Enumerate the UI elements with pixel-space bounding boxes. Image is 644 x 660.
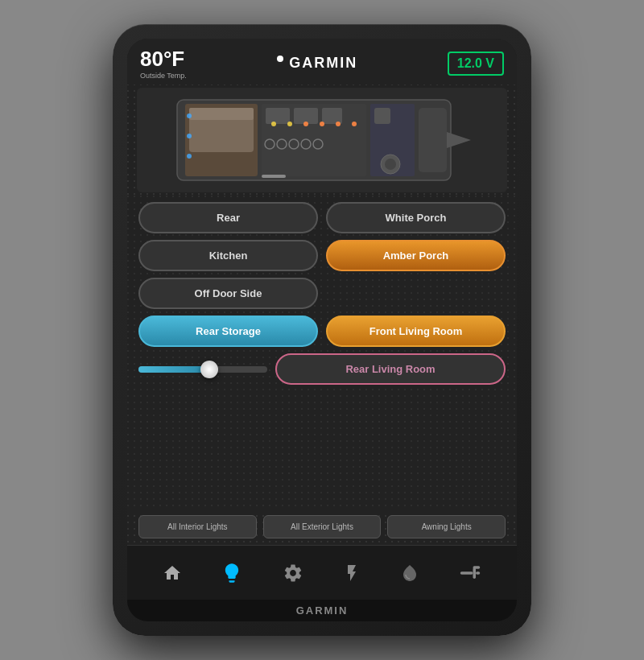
svg-point-20 — [187, 113, 192, 118]
amber-porch-button[interactable]: Amber Porch — [326, 240, 506, 271]
svg-point-23 — [271, 122, 276, 126]
svg-rect-30 — [460, 571, 473, 575]
nav-power[interactable] — [334, 559, 369, 588]
lightning-icon — [342, 563, 361, 583]
device-frame: 80°F Outside Temp. GARMIN 12.0 V — [113, 24, 531, 636]
svg-point-22 — [187, 154, 192, 159]
gear-icon — [283, 563, 303, 584]
svg-rect-31 — [473, 567, 476, 579]
rear-storage-button[interactable]: Rear Storage — [138, 316, 318, 347]
light-controls: Rear White Porch Kitchen Amber Porch Off… — [127, 196, 517, 510]
slider-thumb[interactable] — [200, 361, 218, 378]
svg-rect-2 — [419, 108, 447, 172]
svg-point-26 — [320, 122, 324, 126]
navigation-bar — [127, 545, 517, 600]
voltage-display: 12.0 V — [448, 52, 504, 76]
floorplan-map — [137, 88, 507, 192]
svg-point-18 — [385, 159, 396, 170]
scene-buttons-row: All Interior Lights All Exterior Lights … — [127, 510, 517, 545]
svg-point-21 — [187, 134, 192, 138]
svg-rect-10 — [322, 108, 342, 124]
temperature-label: Outside Temp. — [140, 72, 187, 80]
nav-water[interactable] — [392, 559, 427, 588]
plumbing-icon — [459, 563, 481, 583]
garmin-logo: GARMIN — [276, 55, 357, 72]
rear-living-room-button[interactable]: Rear Living Room — [275, 353, 506, 385]
nav-home[interactable] — [155, 559, 190, 588]
all-exterior-lights-button[interactable]: All Exterior Lights — [263, 515, 382, 538]
slider-fill — [138, 366, 209, 373]
row-2: Kitchen Amber Porch — [138, 240, 506, 271]
svg-point-28 — [352, 122, 357, 126]
off-door-side-button[interactable]: Off Door Side — [138, 278, 318, 309]
row-1: Rear White Porch — [138, 202, 506, 233]
device-footer: GARMIN — [127, 600, 517, 621]
footer-brand-text: GARMIN — [296, 604, 349, 617]
svg-rect-29 — [262, 175, 286, 178]
awning-lights-button[interactable]: Awning Lights — [387, 515, 506, 538]
garmin-brand-text: GARMIN — [289, 55, 357, 71]
svg-rect-8 — [266, 108, 290, 124]
svg-rect-32 — [476, 571, 480, 575]
floorplan-svg — [137, 88, 507, 192]
water-drops-icon — [400, 563, 419, 583]
svg-point-25 — [303, 122, 308, 126]
home-icon — [163, 563, 182, 583]
svg-rect-19 — [374, 108, 390, 124]
svg-point-27 — [336, 122, 341, 126]
garmin-dot — [277, 56, 283, 62]
svg-point-24 — [287, 122, 292, 126]
temperature-value: 80°F — [140, 47, 187, 72]
nav-settings[interactable] — [275, 558, 312, 588]
svg-rect-33 — [473, 566, 480, 569]
temperature-section: 80°F Outside Temp. — [140, 47, 187, 80]
row-3: Off Door Side — [138, 278, 506, 309]
main-screen: 80°F Outside Temp. GARMIN 12.0 V — [127, 39, 517, 600]
rear-button[interactable]: Rear — [138, 202, 318, 233]
device-screen-container: 80°F Outside Temp. GARMIN 12.0 V — [127, 39, 517, 621]
nav-lights[interactable] — [213, 557, 251, 589]
brightness-slider[interactable] — [138, 366, 267, 373]
header-bar: 80°F Outside Temp. GARMIN 12.0 V — [127, 39, 517, 85]
nav-plumbing[interactable] — [451, 559, 489, 588]
row-5: Rear Living Room — [138, 353, 506, 385]
front-living-room-button[interactable]: Front Living Room — [326, 316, 506, 347]
white-porch-button[interactable]: White Porch — [326, 202, 506, 233]
svg-rect-6 — [189, 108, 254, 120]
kitchen-button[interactable]: Kitchen — [138, 240, 318, 271]
lightbulb-icon — [221, 562, 243, 584]
all-interior-lights-button[interactable]: All Interior Lights — [138, 515, 257, 538]
row-4: Rear Storage Front Living Room — [138, 316, 506, 347]
